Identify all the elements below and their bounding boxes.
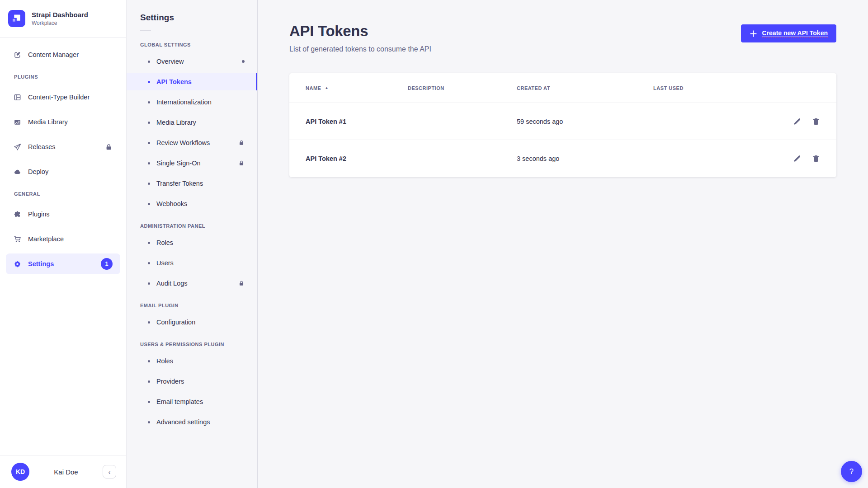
bullet-icon [148, 401, 150, 403]
plus-icon [750, 30, 757, 38]
row-actions [778, 117, 820, 126]
subnav-item-roles[interactable]: Roles [127, 234, 257, 251]
strapi-logo-icon [8, 10, 25, 27]
brand-title: Strapi Dashboard [32, 11, 88, 19]
sidebar-item-deploy[interactable]: Deploy [6, 161, 120, 182]
sidebar-item-releases[interactable]: Releases [6, 136, 120, 157]
notification-count-badge: 1 [101, 258, 113, 270]
subnav-title: Settings [140, 13, 244, 23]
bullet-icon [148, 61, 150, 63]
token-name: API Token #2 [306, 155, 408, 162]
table-row[interactable]: API Token #159 seconds ago [289, 103, 836, 140]
subnav-item-webhooks[interactable]: Webhooks [127, 195, 257, 212]
paper-plane-icon [14, 143, 21, 151]
column-header-label: CREATED AT [517, 85, 550, 91]
subnav-item-email-templates[interactable]: Email templates [127, 393, 257, 410]
subnav-item-transfer-tokens[interactable]: Transfer Tokens [127, 175, 257, 192]
column-header-label: LAST USED [653, 85, 684, 91]
subnav-item-audit-logs[interactable]: Audit Logs [127, 275, 257, 292]
delete-token-button[interactable] [812, 117, 820, 126]
sidebar-item-marketplace[interactable]: Marketplace [6, 229, 120, 249]
subnav-item-label: Internationalization [156, 99, 212, 106]
subnav-item-advanced-settings[interactable]: Advanced settings [127, 413, 257, 431]
sidebar-item-label: Plugins [28, 211, 50, 218]
table-header-row: NAME▲DESCRIPTIONCREATED ATLAST USED [289, 73, 836, 103]
subnav-item-users[interactable]: Users [127, 254, 257, 272]
subnav-item-label: Overview [156, 58, 184, 65]
column-header-description[interactable]: DESCRIPTION [408, 85, 517, 91]
subnav-item-label: Email templates [156, 398, 203, 405]
subnav-item-label: Media Library [156, 119, 196, 126]
bullet-icon [148, 262, 150, 264]
notification-dot-icon [242, 60, 245, 63]
avatar[interactable]: KD [11, 463, 29, 481]
delete-token-button[interactable] [812, 155, 820, 163]
subnav-item-label: Audit Logs [156, 280, 188, 287]
lock-icon [238, 160, 245, 166]
edit-token-button[interactable] [793, 117, 801, 126]
pencil-icon [793, 117, 801, 126]
subnav-item-internationalization[interactable]: Internationalization [127, 94, 257, 111]
column-header-name[interactable]: NAME▲ [306, 85, 408, 91]
brand-text: Strapi Dashboard Workplace [32, 11, 88, 27]
image-icon [14, 118, 21, 126]
lock-icon [105, 143, 113, 151]
strapi-dashboard: Strapi Dashboard Workplace Content Manag… [0, 0, 868, 488]
table-row[interactable]: API Token #23 seconds ago [289, 140, 836, 177]
sidebar-footer: KD Kai Doe ‹ [0, 455, 126, 488]
bullet-icon [148, 282, 150, 285]
subnav-header: Settings [127, 0, 257, 31]
sidebar-item-content-manager[interactable]: Content Manager [6, 44, 120, 65]
trash-icon [812, 155, 820, 163]
bullet-icon [148, 321, 150, 324]
sidebar-item-label: Content-Type Builder [28, 94, 90, 101]
subnav-item-review-workflows[interactable]: Review Workflows [127, 134, 257, 151]
brand[interactable]: Strapi Dashboard Workplace [0, 0, 126, 37]
column-header-created-at[interactable]: CREATED AT [517, 85, 653, 91]
subnav-item-overview[interactable]: Overview [127, 53, 257, 70]
bullet-icon [148, 421, 150, 423]
page-header-text: API Tokens List of generated tokens to c… [289, 23, 431, 53]
column-header-last-used[interactable]: LAST USED [653, 85, 778, 91]
sidebar-item-label: Deploy [28, 168, 48, 175]
gear-icon [14, 260, 21, 268]
feather-icon [14, 51, 21, 59]
collapse-sidebar-button[interactable]: ‹ [103, 465, 116, 479]
main-sidebar: Strapi Dashboard Workplace Content Manag… [0, 0, 127, 488]
bullet-icon [148, 101, 150, 103]
bullet-icon [148, 122, 150, 124]
subnav-item-label: Single Sign-On [156, 160, 201, 167]
bullet-icon [148, 203, 150, 205]
api-tokens-table: NAME▲DESCRIPTIONCREATED ATLAST USED API … [289, 73, 836, 177]
token-created-at: 59 seconds ago [517, 118, 653, 125]
page-title: API Tokens [289, 23, 431, 40]
sidebar-item-content-type-builder[interactable]: Content-Type Builder [6, 87, 120, 108]
subnav-item-roles[interactable]: Roles [127, 352, 257, 370]
subnav-item-api-tokens[interactable]: API Tokens [127, 73, 257, 90]
edit-token-button[interactable] [793, 155, 801, 163]
subnav-item-label: Advanced settings [156, 418, 210, 426]
lock-icon [238, 280, 245, 286]
page-subtitle: List of generated tokens to consume the … [289, 45, 431, 53]
subnav-sections: GLOBAL SETTINGSOverviewAPI TokensInterna… [127, 42, 257, 431]
sidebar-item-settings[interactable]: Settings1 [6, 253, 120, 274]
create-api-token-button[interactable]: Create new API Token [741, 24, 836, 42]
lock-icon [238, 140, 245, 146]
puzzle-icon [14, 211, 21, 218]
subnav-item-media-library[interactable]: Media Library [127, 114, 257, 131]
main-content: API Tokens List of generated tokens to c… [258, 0, 868, 488]
subnav-item-label: Roles [156, 357, 173, 365]
sidebar-item-media-library[interactable]: Media Library [6, 112, 120, 132]
subnav-item-providers[interactable]: Providers [127, 373, 257, 390]
settings-subnav: Settings GLOBAL SETTINGSOverviewAPI Toke… [127, 0, 258, 488]
cart-icon [14, 235, 21, 243]
help-button[interactable]: ? [841, 461, 862, 482]
sidebar-item-label: Marketplace [28, 235, 64, 243]
subnav-item-label: Configuration [156, 319, 195, 326]
subnav-item-configuration[interactable]: Configuration [127, 314, 257, 331]
bullet-icon [148, 162, 150, 164]
sidebar-item-plugins[interactable]: Plugins [6, 204, 120, 225]
subnav-item-label: Roles [156, 239, 173, 246]
bullet-icon [148, 380, 150, 383]
subnav-item-single-sign-on[interactable]: Single Sign-On [127, 155, 257, 172]
